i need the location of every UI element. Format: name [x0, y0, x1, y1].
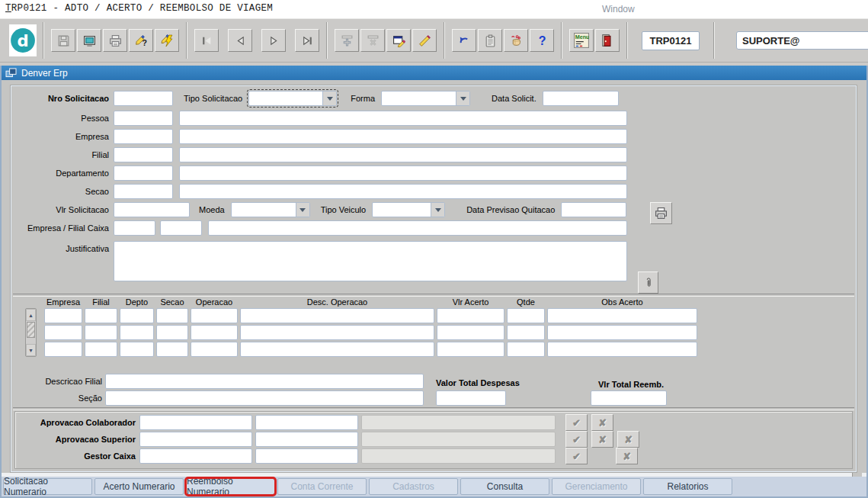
- approve-button[interactable]: ✔: [565, 414, 588, 431]
- undo-button[interactable]: [452, 29, 476, 52]
- pessoa-desc-input[interactable]: [179, 111, 627, 126]
- attachment-button[interactable]: [638, 271, 658, 294]
- tipo-solicitacao-select[interactable]: [248, 91, 337, 106]
- insert-record-button[interactable]: [335, 29, 359, 52]
- approve-button[interactable]: ✔: [565, 448, 588, 464]
- nro-solicitacao-input[interactable]: [114, 91, 173, 106]
- reject-button[interactable]: ✘: [591, 431, 613, 448]
- tab-relatorios[interactable]: Relatorios: [643, 478, 732, 495]
- grid-cell-input[interactable]: [547, 325, 697, 340]
- grid-cell-input[interactable]: [507, 342, 545, 357]
- menu-button[interactable]: Menu: [569, 29, 594, 52]
- grid-cell-input[interactable]: [191, 342, 238, 357]
- delete-record-button[interactable]: [360, 29, 385, 52]
- chevron-down-icon[interactable]: [322, 92, 336, 105]
- data-solicit-input[interactable]: [543, 91, 619, 106]
- grid-cell-input[interactable]: [191, 308, 238, 323]
- execute-query-button[interactable]: [155, 29, 179, 52]
- previous-record-button[interactable]: [228, 29, 252, 52]
- revert-button[interactable]: ✘: [616, 448, 638, 464]
- grid-cell-input[interactable]: [44, 325, 82, 340]
- commit-button[interactable]: [504, 29, 528, 52]
- scroll-down-icon[interactable]: ▼: [26, 344, 36, 356]
- chevron-down-icon[interactable]: [431, 203, 444, 217]
- grid-cell-input[interactable]: [120, 342, 154, 357]
- departamento-code-input[interactable]: [114, 165, 173, 181]
- grid-cell-input[interactable]: [85, 325, 117, 340]
- chevron-down-icon[interactable]: [456, 92, 469, 105]
- grid-cell-input[interactable]: [547, 342, 697, 357]
- filial-code-input[interactable]: [114, 147, 173, 162]
- secao-code-input[interactable]: [114, 184, 173, 199]
- exit-button[interactable]: [595, 29, 620, 52]
- tab-reembolso-numerario[interactable]: Reembolso Numerario: [186, 478, 275, 495]
- reject-button[interactable]: ✘: [591, 414, 613, 431]
- grid-cell-input[interactable]: [156, 342, 188, 357]
- tab-solicitacao-numerario[interactable]: Solicitacao Numerario: [3, 478, 92, 495]
- caixa-desc-input[interactable]: [208, 220, 627, 236]
- secao-total-input[interactable]: [105, 390, 424, 406]
- approval-user-input[interactable]: [255, 415, 358, 430]
- grid-cell-input[interactable]: [437, 342, 504, 357]
- grid-cell-input[interactable]: [240, 325, 434, 340]
- clipboard-button[interactable]: [478, 29, 502, 52]
- grid-cell-input[interactable]: [240, 308, 434, 323]
- approval-user-input[interactable]: [255, 432, 358, 447]
- grid-cell-input[interactable]: [85, 342, 117, 357]
- empresa-desc-input[interactable]: [179, 129, 627, 144]
- empresa-code-input[interactable]: [114, 129, 173, 144]
- grid-cell-input[interactable]: [120, 308, 154, 323]
- last-record-button[interactable]: [295, 29, 319, 52]
- grid-cell-input[interactable]: [156, 308, 188, 323]
- secao-desc-input[interactable]: [179, 184, 627, 199]
- grid-cell-input[interactable]: [437, 325, 504, 340]
- justificativa-textarea[interactable]: [114, 241, 627, 281]
- user-field[interactable]: SUPORTE@: [736, 31, 868, 50]
- grid-scrollbar[interactable]: ▲ ▼: [25, 308, 37, 357]
- first-record-button[interactable]: [194, 29, 219, 52]
- print-button[interactable]: [103, 29, 127, 52]
- approval-date-input[interactable]: [139, 448, 252, 464]
- scroll-up-icon[interactable]: ▲: [26, 309, 36, 321]
- empresa-caixa-input[interactable]: [114, 220, 155, 236]
- grid-cell-input[interactable]: [191, 325, 238, 340]
- save-button[interactable]: [51, 29, 75, 52]
- window-menu[interactable]: Window: [602, 4, 635, 14]
- window-restore-icon[interactable]: [5, 68, 17, 78]
- grid-cell-input[interactable]: [44, 342, 82, 357]
- vlr-total-reemb-input[interactable]: [591, 390, 667, 406]
- grid-cell-input[interactable]: [240, 342, 434, 357]
- tab-acerto-numerario[interactable]: Acerto Numerario: [94, 478, 184, 495]
- approval-user-input[interactable]: [255, 448, 358, 464]
- grid-cell-input[interactable]: [547, 308, 697, 323]
- chevron-down-icon[interactable]: [296, 203, 309, 217]
- next-record-button[interactable]: [261, 29, 286, 52]
- moeda-select[interactable]: [231, 202, 310, 217]
- filial-caixa-input[interactable]: [160, 220, 202, 236]
- grid-cell-input[interactable]: [44, 308, 82, 323]
- approval-date-input[interactable]: [139, 415, 252, 430]
- scrollbar-thumb[interactable]: [27, 322, 35, 338]
- valor-total-despesas-input[interactable]: [436, 390, 506, 406]
- approval-date-input[interactable]: [139, 432, 252, 447]
- grid-cell-input[interactable]: [156, 325, 188, 340]
- data-previsao-quitacao-input[interactable]: [561, 202, 626, 217]
- screen-button[interactable]: [77, 29, 101, 52]
- enter-query-button[interactable]: ?: [129, 29, 153, 52]
- grid-cell-input[interactable]: [85, 308, 117, 323]
- grid-cell-input[interactable]: [437, 308, 504, 323]
- grid-cell-input[interactable]: [507, 308, 545, 323]
- vlr-solicitacao-input[interactable]: [114, 202, 190, 217]
- departamento-desc-input[interactable]: [179, 165, 627, 181]
- forma-select[interactable]: [381, 91, 470, 106]
- help-button[interactable]: ?: [530, 29, 554, 52]
- filial-desc-input[interactable]: [179, 147, 627, 162]
- tipo-veiculo-select[interactable]: [372, 202, 445, 217]
- clear-button[interactable]: [412, 29, 437, 52]
- approve-button[interactable]: ✔: [565, 431, 588, 448]
- descricao-filial-input[interactable]: [105, 374, 424, 389]
- revert-button[interactable]: ✘: [617, 431, 639, 448]
- grid-cell-input[interactable]: [507, 325, 545, 340]
- edit-button[interactable]: [386, 29, 411, 52]
- tab-consulta[interactable]: Consulta: [460, 478, 549, 495]
